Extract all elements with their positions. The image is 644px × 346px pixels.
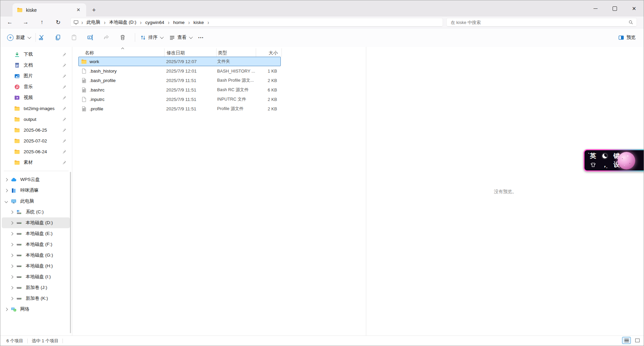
sidebar-item-drive-j[interactable]: 新加卷 (J:) (2, 282, 70, 293)
sidebar-item-downloads[interactable]: 下载 (2, 49, 70, 60)
drive-icon (16, 263, 22, 269)
column-header-date[interactable]: 修改日期 (165, 49, 217, 57)
sidebar-item-2025-06-25[interactable]: 2025-06-25 (2, 125, 70, 135)
pin-icon (62, 160, 67, 165)
up-icon[interactable]: ↑ (36, 17, 47, 27)
ime-english-mode[interactable]: 英 (590, 152, 596, 160)
sidebar-item-videos[interactable]: 视频 (2, 92, 70, 103)
sidebar-item-drive-i[interactable]: 本地磁盘 (I:) (2, 271, 70, 282)
sidebar-scrollbar[interactable] (70, 172, 71, 333)
sidebar-item-netdisk[interactable]: 咔咪洒嘛 (2, 185, 70, 196)
sidebar-item-drive-f[interactable]: 本地磁盘 (F:) (2, 239, 70, 250)
this-pc-icon (73, 20, 79, 25)
sidebar-item-pictures[interactable]: 图片 (2, 71, 70, 81)
music-icon (14, 84, 20, 90)
sort-button[interactable]: 排序 (137, 31, 167, 44)
tab-close-icon[interactable] (74, 6, 83, 15)
search-input[interactable] (450, 20, 628, 25)
minimize-button[interactable] (586, 0, 605, 17)
chevron-down-icon[interactable] (4, 199, 8, 203)
address-bar[interactable]: › 此电脑 › 本地磁盘 (D:) › cygwin64 › home › ki… (70, 18, 443, 27)
copy-button[interactable] (52, 31, 64, 44)
chevron-right-icon[interactable] (10, 286, 13, 289)
details-view-button[interactable] (622, 337, 631, 344)
sidebar-item-drive-g[interactable]: 本地磁盘 (G:) (2, 250, 70, 261)
navigation-pane: 下载 文档 图片 音乐 视频 (0, 47, 72, 337)
ime-punctuation[interactable]: ， (602, 160, 608, 169)
chevron-right-icon[interactable] (4, 308, 8, 311)
column-header-type[interactable]: 类型 (217, 49, 256, 57)
chevron-right-icon[interactable] (10, 264, 13, 268)
sidebar-item-sucai[interactable]: 素材 (2, 157, 70, 168)
ime-status-overlay[interactable]: 英 键 ， 设 (584, 149, 644, 171)
file-row-bash-history[interactable]: .bash_history 2025/7/9 12:01 BASH_HISTOR… (78, 66, 281, 76)
sidebar-item-documents[interactable]: 文档 (2, 60, 70, 71)
breadcrumb-drive-d[interactable]: 本地磁盘 (D:) (107, 19, 139, 26)
preview-toggle-button[interactable]: 预览 (615, 31, 639, 44)
chevron-right-icon[interactable] (10, 275, 13, 278)
breadcrumb-chevron-icon: › (187, 19, 191, 26)
chevron-right-icon[interactable] (10, 254, 13, 257)
folder-icon (14, 116, 20, 122)
new-tab-button[interactable] (90, 6, 98, 15)
file-row-inputrc[interactable]: .inputrc 2025/7/9 11:51 INPUTRC 文件 2 KB (78, 95, 281, 104)
preview-pane-icon (618, 35, 624, 41)
back-icon[interactable]: ← (4, 17, 15, 27)
chevron-right-icon[interactable] (10, 297, 13, 300)
cut-icon (39, 34, 45, 41)
breadcrumb-home[interactable]: home (171, 19, 187, 26)
breadcrumb-kiske[interactable]: kiske (191, 19, 206, 26)
chevron-right-icon[interactable] (10, 243, 13, 246)
chevron-right-icon[interactable] (10, 221, 13, 224)
breadcrumb-this-pc[interactable]: 此电脑 (84, 19, 103, 26)
file-row-bash-profile[interactable]: .bash_profile 2025/7/9 11:51 Bash Profil… (78, 76, 281, 85)
sidebar-item-wps-cloud[interactable]: WPS云盘 (2, 174, 70, 185)
sidebar-item-2025-07-02[interactable]: 2025-07-02 (2, 135, 70, 146)
sidebar-item-drive-k[interactable]: 新加卷 (K:) (2, 293, 70, 304)
paste-button[interactable] (68, 31, 80, 44)
new-button[interactable]: 新建 (4, 31, 34, 44)
refresh-icon[interactable]: ↻ (53, 17, 64, 27)
folder-icon (14, 159, 20, 165)
maximize-button[interactable] (605, 0, 624, 17)
sidebar-item-drive-h[interactable]: 本地磁盘 (H:) (2, 261, 70, 271)
selected-count: 选中 1 个项目 (32, 338, 58, 344)
file-row-bashrc[interactable]: .bashrc 2025/7/9 11:51 Bash RC 源文件 6 KB (78, 85, 281, 95)
breadcrumb-chevron-icon: › (139, 19, 143, 26)
source-file-icon (81, 87, 87, 93)
file-row-work[interactable]: work 2025/7/9 12:07 文件夹 (78, 57, 281, 66)
chevron-right-icon[interactable] (10, 232, 13, 235)
sidebar-item-music[interactable]: 音乐 (2, 81, 70, 92)
search-icon[interactable] (628, 20, 633, 25)
column-header-size[interactable]: 大小 (256, 49, 282, 57)
more-icon[interactable] (195, 31, 207, 44)
close-button[interactable] (624, 0, 644, 17)
share-button[interactable] (100, 31, 113, 44)
sidebar-item-drive-c[interactable]: 系统 (C:) (2, 207, 70, 217)
pin-icon (62, 52, 67, 57)
file-row-profile[interactable]: .profile 2025/7/9 11:51 Profile 源文件 2 KB (78, 104, 281, 113)
sidebar-item-drive-e[interactable]: 本地磁盘 (E:) (2, 228, 70, 239)
chevron-right-icon[interactable] (4, 178, 8, 181)
tab-kiske[interactable]: kiske (13, 3, 86, 17)
sidebar-item-2025-06-24[interactable]: 2025-06-24 (2, 146, 70, 157)
column-header-name[interactable]: 名称 (78, 49, 165, 57)
sidebar-item-network[interactable]: 网络 (2, 304, 70, 315)
sidebar-item-drive-d[interactable]: 本地磁盘 (D:) (2, 217, 70, 228)
moon-icon[interactable] (602, 154, 607, 158)
cut-button[interactable] (35, 31, 48, 44)
sidebar-item-output[interactable]: output (2, 114, 70, 125)
skin-shirt-icon[interactable] (590, 162, 596, 168)
forward-icon[interactable]: → (20, 17, 31, 27)
chevron-right-icon[interactable] (4, 189, 8, 192)
chevron-right-icon[interactable] (10, 210, 13, 214)
large-icons-view-button[interactable] (633, 337, 642, 344)
sidebar-item-txt2img-images[interactable]: txt2img-images (2, 103, 70, 114)
source-file-icon (81, 78, 87, 83)
items-count: 6 个项目 (6, 338, 23, 344)
delete-button[interactable] (117, 31, 129, 44)
breadcrumb-cygwin64[interactable]: cygwin64 (143, 19, 167, 26)
rename-button[interactable]: A (84, 31, 96, 44)
view-button[interactable]: 查看 (166, 31, 196, 44)
sidebar-item-this-pc[interactable]: 此电脑 (2, 196, 70, 207)
